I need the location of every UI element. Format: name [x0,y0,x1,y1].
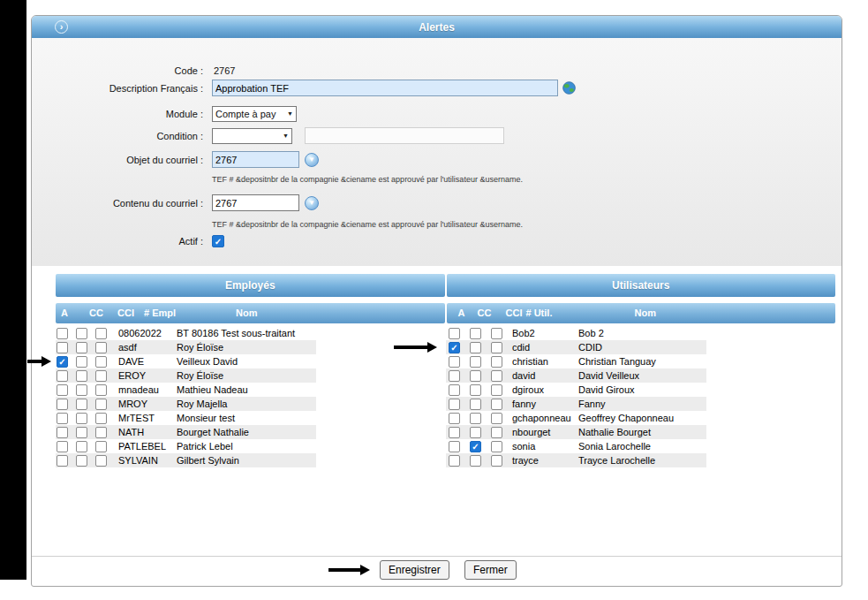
chevron-circle-icon[interactable]: ▼ [305,196,319,210]
a-checkbox[interactable]: ✓ [449,342,460,353]
a-checkbox[interactable] [449,370,460,382]
cci-checkbox[interactable] [95,413,107,424]
description-input[interactable] [212,80,558,96]
a-checkbox[interactable] [57,370,68,382]
table-row: MROYRoy Majella [56,397,316,411]
row-name: Sonia Larochelle [573,441,706,452]
globe-icon[interactable] [562,81,576,95]
module-select-value: Compte à pay [215,109,275,119]
a-checkbox[interactable] [57,427,68,438]
utilisateurs-table: Bob2Bob 2✓cdidCDIDchristianChristian Tan… [446,326,706,467]
a-checkbox[interactable] [57,413,68,424]
cc-checkbox[interactable] [470,370,481,382]
a-checkbox[interactable] [449,328,460,339]
cci-checkbox[interactable] [95,342,107,353]
a-checkbox[interactable]: ✓ [57,356,68,368]
cci-checkbox[interactable] [95,328,107,339]
cc-checkbox[interactable] [470,399,481,410]
row-id: nbourget [509,427,573,437]
a-checkbox[interactable] [449,384,460,396]
cc-checkbox[interactable] [76,384,87,396]
checkbox-cell [488,441,509,452]
chevron-circle-icon[interactable]: ▼ [305,153,319,167]
cci-checkbox[interactable] [95,441,107,452]
a-checkbox[interactable] [449,399,460,410]
annotation-arrow-save-button [328,565,370,575]
cc-checkbox[interactable]: ✓ [470,441,481,452]
cc-checkbox[interactable] [470,413,481,424]
cc-checkbox[interactable] [76,441,87,452]
module-select[interactable]: Compte à pay ▼ [212,106,297,122]
cci-checkbox[interactable] [491,328,502,339]
cci-checkbox[interactable] [491,455,502,467]
row-id: mnadeau [114,384,172,395]
a-checkbox[interactable] [449,356,460,368]
checkbox-cell [488,455,509,467]
checkbox-cell [94,455,114,467]
a-checkbox[interactable] [57,328,68,339]
save-button[interactable]: Enregistrer [380,560,449,580]
objet-input[interactable] [212,151,299,168]
cc-checkbox[interactable] [76,427,87,438]
table-row: ✓soniaSonia Larochelle [446,439,706,453]
cc-checkbox[interactable] [470,427,481,438]
employes-section-header: Employés [56,274,445,297]
col-header-cc: CC [89,308,103,318]
cci-checkbox[interactable] [491,356,502,368]
cc-checkbox[interactable] [470,328,481,339]
annotation-arrow-utilisateur-checkbox [394,342,437,353]
a-checkbox[interactable] [449,427,460,438]
row-id: gchaponneau [509,413,573,423]
row-id: david [509,370,573,381]
cci-checkbox[interactable] [491,342,502,353]
checkbox-cell [467,370,488,382]
condition-select[interactable]: ▼ [212,128,292,144]
close-button[interactable]: Fermer [464,560,517,580]
a-checkbox[interactable] [57,441,68,452]
cci-checkbox[interactable] [95,399,107,410]
objet-helper-text: TEF # &depositnbr de la compagnie &ciena… [212,175,523,184]
cc-checkbox[interactable] [76,399,87,410]
cc-checkbox[interactable] [76,356,87,368]
cci-checkbox[interactable] [95,455,107,467]
cc-checkbox[interactable] [76,328,87,339]
cc-checkbox[interactable] [470,384,481,396]
cci-checkbox[interactable] [491,413,502,424]
cc-checkbox[interactable] [470,356,481,368]
utilisateurs-column-header: A CC CCI # Util. Nom [447,303,836,323]
checkbox-cell [446,370,467,382]
cci-checkbox[interactable] [95,427,107,438]
a-checkbox[interactable] [57,399,68,410]
cci-checkbox[interactable] [95,370,107,382]
contenu-label: Contenu du courriel : [32,198,208,209]
cc-checkbox[interactable] [76,455,87,467]
a-checkbox[interactable] [449,413,460,424]
contenu-input[interactable] [212,194,299,211]
cci-checkbox[interactable] [95,356,107,368]
cci-checkbox[interactable] [491,384,502,396]
a-checkbox[interactable] [449,455,460,467]
cci-checkbox[interactable] [491,370,502,382]
cci-checkbox[interactable] [491,399,502,410]
cc-checkbox[interactable] [76,413,87,424]
cc-checkbox[interactable] [470,342,481,353]
cc-checkbox[interactable] [76,370,87,382]
cci-checkbox[interactable] [491,441,502,452]
actif-checkbox[interactable]: ✓ [212,235,224,247]
a-checkbox[interactable] [449,441,460,452]
cc-checkbox[interactable] [470,455,481,467]
a-checkbox[interactable] [57,384,68,396]
table-row: dgirouxDavid Giroux [446,383,706,397]
cci-checkbox[interactable] [491,427,502,438]
cci-checkbox[interactable] [95,384,107,396]
chevron-down-icon: ▼ [308,156,315,163]
col-header-cc: CC [478,308,492,318]
checkbox-cell [56,399,75,410]
cc-checkbox[interactable] [76,342,87,353]
a-checkbox[interactable] [57,342,68,353]
expand-circle-icon[interactable]: › [55,20,68,34]
employes-table: 08062022BT 80186 Test sous-traitantasdfR… [56,326,316,467]
condition-value-input[interactable] [305,127,504,144]
row-id: PATLEBEL [114,441,172,452]
a-checkbox[interactable] [57,455,68,467]
